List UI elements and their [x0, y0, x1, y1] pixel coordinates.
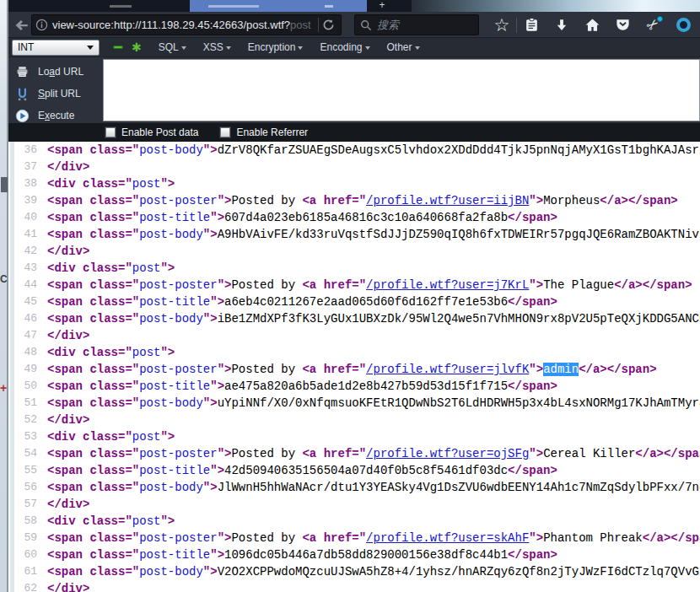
enable-referrer-option[interactable]: Enable Referrer	[220, 126, 308, 138]
printer-icon	[15, 65, 30, 79]
inactive-tab[interactable]	[110, 5, 132, 8]
screenshot-extension-button[interactable]: ✂	[638, 13, 668, 37]
source-code: <span class="post-poster">Posted by <a h…	[47, 530, 700, 546]
active-tab[interactable]	[190, 0, 367, 12]
source-token: ae475a820a6b5ade1d2e8b427b59d53d15f1f715	[224, 379, 508, 393]
execute-button[interactable]: Execute	[15, 107, 74, 124]
downloads-button[interactable]	[547, 13, 577, 37]
home-button[interactable]	[577, 13, 607, 37]
source-line: 36<span class="post-body">dZrV8QKfarZSUA…	[8, 142, 700, 159]
source-token: post-body	[139, 396, 203, 410]
source-token: post-title	[139, 211, 210, 224]
hackbar-charset-select[interactable]: INT	[12, 40, 100, 56]
source-token: ">	[203, 481, 218, 494]
source-token: ">	[160, 261, 175, 275]
hackbar-menu-other[interactable]: Other	[387, 41, 420, 53]
source-token: post-title	[139, 464, 210, 477]
post-data-label: Enable Post data	[121, 126, 198, 138]
back-button[interactable]	[12, 15, 32, 35]
source-token: </span>	[508, 464, 557, 477]
source-token: Posted by	[231, 531, 302, 545]
search-box[interactable]: 搜索	[354, 14, 479, 35]
bookmark-star-button[interactable]: ☆	[487, 13, 517, 37]
hackbar-menu-row: INT ✱ SQL XSS Encryption Encoding Other	[8, 38, 700, 57]
source-line: 44<span class="post-poster">Posted by <a…	[8, 277, 700, 293]
info-icon[interactable]	[35, 19, 48, 31]
hackbar-collapse-icon[interactable]	[113, 46, 123, 49]
load-url-label: Load URL	[38, 66, 83, 78]
source-link[interactable]: /profile.wtf?user=skAhF	[366, 531, 529, 545]
split-icon	[15, 87, 30, 101]
hackbar-asterisk-icon[interactable]: ✱	[132, 41, 142, 53]
new-tab-button[interactable]: +	[374, 0, 390, 12]
source-token: </span>	[508, 379, 557, 393]
source-link[interactable]: /profile.wtf?user=j7KrL	[366, 278, 529, 292]
line-number: 51	[8, 395, 37, 412]
active-tab-title	[208, 5, 259, 8]
source-token: ">	[529, 531, 543, 545]
source-token: <a href="	[302, 194, 366, 207]
source-code: <div class="post">	[47, 175, 175, 192]
source-token: <div class="	[47, 177, 132, 191]
source-code: <span class="post-body">dZrV8QKfarZSUAEg…	[47, 142, 700, 159]
source-link[interactable]: /profile.wtf?user=jlvfK	[366, 363, 529, 376]
library-button[interactable]	[516, 13, 547, 37]
source-token: ">	[203, 396, 218, 410]
tab-close-icon[interactable]	[325, 5, 333, 8]
source-token: </div>	[47, 329, 89, 342]
source-token: ">	[218, 531, 232, 545]
source-token: </a></span>	[579, 363, 656, 376]
reload-button[interactable]	[319, 16, 337, 35]
source-token: post-poster	[139, 194, 217, 207]
home-icon	[584, 17, 600, 33]
source-code: <span class="post-title">ae475a820a6b5ad…	[47, 378, 557, 395]
proxy-extension-button[interactable]	[668, 13, 698, 37]
source-code: </div>	[47, 580, 89, 592]
source-token: The Plague	[543, 278, 614, 292]
source-link[interactable]: /profile.wtf?user=iijBN	[366, 194, 529, 207]
source-token: <span class="	[47, 312, 139, 326]
source-token: <span class="	[47, 143, 139, 157]
hackbar-menu-encoding[interactable]: Encoding	[320, 41, 369, 53]
reload-icon	[322, 19, 335, 31]
hackbar-url-textarea[interactable]	[103, 59, 700, 121]
source-code: </div>	[47, 159, 89, 175]
search-icon	[360, 19, 372, 31]
source-token: ">	[218, 447, 232, 460]
source-token: post-poster	[139, 531, 217, 545]
source-link[interactable]: /profile.wtf?user=ojSFg	[366, 447, 529, 460]
load-url-button[interactable]: Load URL	[15, 63, 83, 80]
line-number: 36	[8, 142, 37, 159]
hackbar-menu-sql[interactable]: SQL	[159, 41, 186, 53]
source-code: <span class="post-poster">Posted by <a h…	[47, 277, 692, 293]
background-window-artifact: +	[0, 381, 8, 395]
source-token: <span class="	[47, 396, 139, 410]
source-line: 53<div class="post">	[8, 428, 700, 445]
source-token: </a></span>	[600, 194, 677, 207]
source-token: ">	[529, 447, 543, 460]
execute-label: Execute	[38, 110, 74, 121]
source-token: post-body	[139, 228, 203, 241]
hackbar-menu-xss[interactable]: XSS	[203, 41, 231, 53]
source-token: uYpiNNf/X0/0xNfqmsuoKFEtR1QDwNbS2T6LdHDR…	[218, 396, 700, 410]
split-url-button[interactable]: Split URL	[15, 85, 81, 102]
line-number: 47	[8, 327, 37, 344]
ring-icon	[676, 18, 691, 32]
source-token: ">	[160, 514, 175, 528]
source-token: ">	[210, 379, 224, 393]
source-token: <a href="	[302, 278, 366, 292]
source-token: <span class="	[47, 194, 139, 207]
referrer-label: Enable Referrer	[236, 126, 308, 138]
url-bar[interactable]: view-source:http://111.198.29.45:42663/p…	[31, 14, 342, 35]
source-token: <a href="	[302, 531, 366, 545]
post-data-checkbox[interactable]	[105, 127, 116, 137]
source-code: </div>	[47, 496, 89, 513]
source-token: <span class="	[47, 379, 139, 393]
source-token: post-title	[139, 548, 210, 562]
source-code: </div>	[47, 327, 89, 344]
referrer-checkbox[interactable]	[220, 127, 230, 137]
find-highlight: admin	[543, 363, 579, 376]
pocket-button[interactable]	[607, 13, 638, 37]
enable-post-data-option[interactable]: Enable Post data	[105, 126, 198, 138]
hackbar-menu-encryption[interactable]: Encryption	[248, 41, 304, 53]
